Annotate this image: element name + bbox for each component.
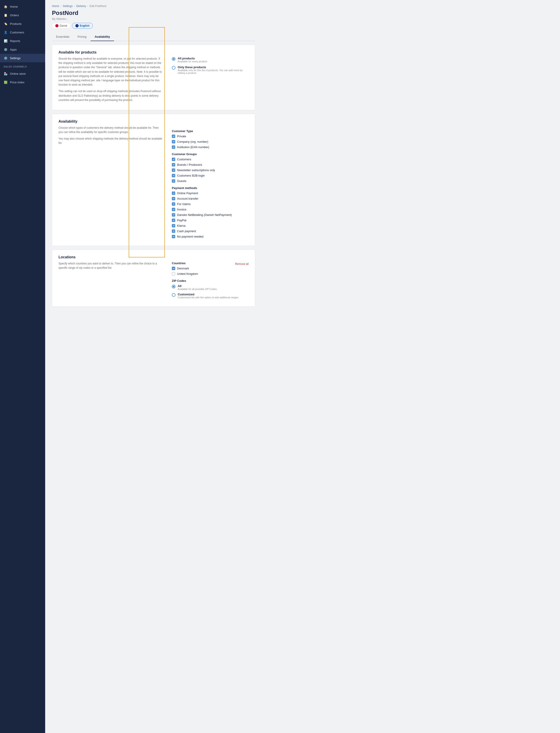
breadcrumb-delivery[interactable]: Delivery [76,5,86,8]
page-title: PostNord [52,9,255,16]
checkbox-online-payment[interactable]: Online Payment [172,191,249,195]
checkbox-denmark-box [172,267,175,270]
checkbox-guests[interactable]: Guests [172,179,249,183]
countries-label: Countries [172,261,186,265]
checkbox-danske[interactable]: Danske NetBetaling (Danish NetPayment) [172,213,249,217]
checkbox-private[interactable]: Private [172,135,249,138]
checkbox-b2b-box [172,174,175,177]
english-flag-icon: ✓ [75,24,79,27]
sidebar-item-products[interactable]: 🏷️ Products [0,19,45,28]
customer-type-label: Customer Type [172,129,249,133]
available-for-products-section: Available for products Should the shippi… [52,45,255,110]
orders-icon: 📋 [4,13,8,17]
checkbox-institution[interactable]: Institution (EAN number) [172,145,249,149]
availability-content: Choose which types of customers the deli… [58,126,249,240]
checkbox-paypal[interactable]: PayPal [172,219,249,222]
checkbox-account-transfer[interactable]: Account transfer [172,197,249,200]
checkbox-for-claims-box [172,202,175,206]
products-icon: 🏷️ [4,22,8,26]
sidebar-item-orders[interactable]: 📋 Orders [0,11,45,19]
checkbox-company-box [172,140,175,143]
checkbox-invoice[interactable]: Invoice [172,208,249,211]
availability-left: Choose which types of customers the deli… [58,126,163,240]
settings-icon: ⚙️ [4,56,8,60]
available-for-products-title: Available for products [58,50,249,54]
lang-tab-dansk[interactable]: Dansk [52,23,71,29]
checkbox-cash[interactable]: Cash payment [172,229,249,233]
payment-methods-label: Payment methods [172,186,249,190]
checkbox-b2b[interactable]: Customers B2B-login [172,174,249,177]
countries-header: Countries Remove all [172,261,249,267]
availability-desc1: Choose which types of customers the deli… [58,126,163,134]
lang-tab-english[interactable]: ✓ English [72,23,93,29]
checkbox-newsletter[interactable]: Newsletter subscriptions only [172,168,249,172]
radio-zip-customized-circle [172,293,175,297]
radio-only-these-products[interactable]: Only these products Available only for t… [172,65,249,74]
checkbox-danske-box [172,213,175,217]
available-for-products-content: Should the shipping method be available … [58,57,249,105]
checkbox-no-payment[interactable]: No payment needed [172,235,249,238]
page-subtitle: My Websho... [52,17,255,21]
checkbox-brands-box [172,163,175,166]
main: Home › Settings › Delivery › Edit PostNo… [45,0,560,311]
locations-section: Locations Specify which countries you wa… [52,250,255,307]
home-icon: 🏠 [4,5,8,9]
sidebar-item-settings[interactable]: ⚙️ Settings [0,54,45,62]
checkbox-private-box [172,135,175,138]
checkbox-institution-box [172,145,175,149]
remove-all-button[interactable]: Remove all [235,262,249,266]
radio-zip-customized[interactable]: Customized Customized list with the opti… [172,293,249,299]
availability-desc2: You may also choose which shipping metho… [58,137,163,145]
price-icon: 💹 [4,80,8,84]
locations-left: Specify which countries you want to deli… [58,261,163,301]
checkbox-klarna-box [172,224,175,227]
sidebar-item-reports[interactable]: 📊 Reports [0,37,45,45]
available-for-products-desc2: This setting can not be used on drop-off… [58,89,163,102]
zip-codes-label: ZIP Codes [172,279,249,282]
checkbox-uk[interactable]: United Kingdom [172,272,249,275]
main-content-wrapper: Home › Settings › Delivery › Edit PostNo… [45,0,560,733]
sidebar-item-customers[interactable]: 👤 Customers [0,28,45,37]
checkbox-for-claims[interactable]: For claims [172,202,249,206]
available-for-products-left: Should the shipping method be available … [58,57,163,105]
breadcrumb-current: Edit PostNord [90,5,106,8]
language-tabs: Dansk ✓ English [52,23,255,29]
checkbox-invoice-box [172,208,175,211]
radio-zip-all-circle [172,285,175,288]
apps-icon: ⚙️ [4,47,8,51]
sales-channels-label: SALES CHANNELS [0,62,45,69]
locations-right: Countries Remove all Denmark United King… [172,261,249,301]
checkbox-klarna[interactable]: Klarna [172,224,249,227]
sidebar-item-online-store[interactable]: 🏪 Online store [0,69,45,78]
customer-groups-label: Customer Groups [172,152,249,156]
radio-zip-all[interactable]: All Available for all possible ZIP Codes… [172,284,249,290]
sidebar-item-home[interactable]: 🏠 Home [0,2,45,11]
customers-icon: 👤 [4,30,8,34]
sidebar-item-price-index[interactable]: 💹 Price index [0,78,45,86]
radio-only-these-products-circle [172,66,175,70]
locations-content: Specify which countries you want to deli… [58,261,249,301]
sidebar: 🏠 Home 📋 Orders 🏷️ Products 👤 Customers … [0,0,45,733]
available-for-products-desc1: Should the shipping method be available … [58,57,163,87]
checkbox-online-payment-box [172,191,175,195]
breadcrumb-settings[interactable]: Settings [63,5,72,8]
breadcrumb-home[interactable]: Home [52,5,59,8]
locations-desc: Specify which countries you want to deli… [58,261,163,270]
tab-availability[interactable]: Availability [91,33,114,41]
checkbox-newsletter-box [172,168,175,172]
sidebar-item-apps[interactable]: ⚙️ Apps [0,45,45,54]
checkbox-customers-box [172,158,175,161]
availability-title: Availability [58,119,249,124]
tabs-nav: Essentials Pricing Availability [52,33,255,41]
tab-essentials[interactable]: Essentials [52,33,73,41]
available-for-products-right: All products Available for every product… [172,57,249,105]
tab-pricing[interactable]: Pricing [73,33,91,41]
radio-all-products[interactable]: All products Available for every product [172,57,249,63]
checkbox-denmark[interactable]: Denmark [172,267,249,270]
checkbox-customers[interactable]: Customers [172,158,249,161]
availability-section: Availability Choose which types of custo… [52,114,255,246]
radio-all-products-circle [172,57,175,61]
checkbox-brands[interactable]: Brands / Producers [172,163,249,166]
checkbox-company[interactable]: Company (org. number) [172,140,249,143]
checkbox-paypal-box [172,219,175,222]
